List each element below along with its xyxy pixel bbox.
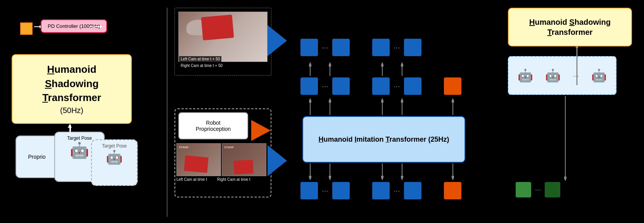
arrow-up-hit-3 — [381, 98, 383, 115]
svg-marker-30 — [381, 176, 383, 180]
hst-left-text: Humanoid Shadowing Transformer (50Hz) — [42, 62, 101, 115]
arrow-hit-to-hst — [576, 43, 578, 85]
hst-top-right-box: Humanoid Shadowing Transformer — [508, 8, 632, 46]
svg-marker-8 — [309, 62, 311, 67]
arrow-up-token-1 — [309, 62, 311, 76]
svg-marker-16 — [309, 98, 311, 103]
svg-marker-10 — [329, 62, 331, 67]
arrow-down-hit-2 — [329, 163, 331, 180]
funnel-top — [268, 25, 291, 56]
arrow-down-hit-3 — [381, 163, 383, 180]
proprio-label: Proprio — [28, 154, 45, 160]
right-cam-bottom-label: Right Cam at time t — [217, 177, 250, 182]
target-pose-box-2: Target Pose 🤖 — [91, 139, 138, 186]
hst-top-right-text: Humanoid Shadowing Transformer — [529, 17, 611, 37]
svg-marker-32 — [401, 176, 403, 180]
arrow-up-hit-4 — [401, 98, 403, 115]
arrow-up-token-3 — [381, 62, 383, 76]
robot-prop-inner-box: Robot Proprioception — [178, 112, 248, 139]
hst-left-box: Humanoid Shadowing Transformer (50Hz) — [12, 54, 132, 124]
proprio-box: Proprio — [16, 136, 58, 178]
svg-marker-26 — [309, 176, 311, 180]
robot-figure-2: 🤖 — [106, 150, 123, 164]
svg-marker-6 — [251, 120, 271, 141]
left-cam-bottom-label: Left Cam at time t — [176, 177, 207, 182]
svg-marker-18 — [329, 98, 331, 103]
arrow-down-hit-4 — [401, 163, 403, 180]
robots-top-right: 🤖 🤖 ··· 🤖 — [508, 56, 616, 95]
hit-label: Humanoid Imitation Transformer (25Hz) — [318, 136, 449, 144]
tokens-lower-left: ··· — [300, 182, 350, 199]
left-cam-top-label: Left Cam at time t + 50 — [179, 56, 221, 62]
tokens-upper-left: ··· — [300, 39, 350, 56]
top-cam-image — [178, 12, 268, 62]
tokens-mid-right — [444, 77, 461, 95]
svg-marker-36 — [564, 177, 566, 181]
funnel-orange — [251, 120, 273, 141]
arrow-up-hit-1 — [309, 98, 311, 115]
arrow-robots-down — [564, 96, 566, 181]
diagram: PD Controller (1000Hz) Humanoid Shadowin… — [0, 0, 644, 223]
arrow-down-hit-1 — [309, 163, 311, 180]
arrow-down-hit-5 — [452, 163, 454, 180]
robot-prop-label: Robot Proprioception — [196, 120, 231, 132]
svg-marker-5 — [268, 145, 287, 176]
tokens-lower-far: ··· — [516, 182, 560, 197]
tokens-mid-left: ··· — [300, 77, 350, 95]
svg-marker-14 — [401, 62, 403, 67]
funnel-bottom-1 — [268, 145, 291, 176]
svg-marker-24 — [452, 98, 454, 103]
arrow-up-token-2 — [329, 62, 331, 76]
svg-marker-20 — [381, 98, 383, 103]
tokens-mid-center: ··· — [372, 77, 421, 95]
yellow-square — [20, 22, 33, 35]
svg-marker-4 — [268, 25, 287, 56]
arrow-pd-right — [89, 26, 101, 27]
hit-box: Humanoid Imitation Transformer (25Hz) — [302, 116, 465, 163]
svg-marker-22 — [401, 98, 403, 103]
svg-marker-28 — [329, 176, 331, 180]
bottom-left-cam-image: STANF — [176, 143, 221, 176]
vertical-divider — [167, 8, 167, 217]
svg-marker-12 — [381, 62, 383, 67]
svg-marker-34 — [452, 176, 454, 180]
arrow-up-hit-5 — [452, 98, 454, 115]
arrow-yellow-to-pd — [34, 26, 40, 27]
arrow-up-token-4 — [401, 62, 403, 76]
arrow-up-hit-2 — [329, 98, 331, 115]
right-cam-top-label: Right Cam at time t + 50 — [179, 63, 224, 69]
tokens-lower-right — [444, 182, 461, 199]
target-pose-label-1: Target Pose — [67, 136, 92, 141]
tokens-lower-center: ··· — [372, 182, 421, 199]
target-pose-label-2: Target Pose — [102, 143, 127, 149]
bottom-right-cam-image: STANF — [222, 143, 266, 176]
robot-figure-1: 🤖 — [70, 142, 89, 158]
tokens-upper-right: ··· — [372, 39, 421, 56]
